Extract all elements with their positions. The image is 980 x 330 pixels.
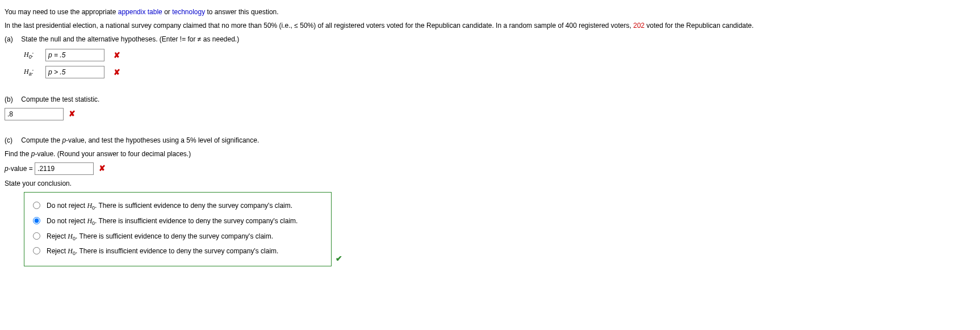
context-highlight: 202 bbox=[633, 22, 644, 30]
conclusion-option-2[interactable]: Reject H0. There is sufficient evidence … bbox=[30, 231, 325, 243]
part-b-label: (b) bbox=[5, 94, 19, 105]
part-a-text: State the null and the alternative hypot… bbox=[21, 34, 239, 44]
conclusion-option-0[interactable]: Do not reject H0. There is sufficient ev… bbox=[30, 200, 325, 212]
conclusion-radio-group: Do not reject H0. There is sufficient ev… bbox=[24, 192, 332, 266]
conclusion-radio-0[interactable] bbox=[33, 202, 40, 209]
context-post: voted for the Republican candidate. bbox=[644, 22, 753, 30]
intro-post: to answer this question. bbox=[207, 8, 279, 16]
incorrect-icon: ✘ bbox=[99, 164, 106, 173]
conclusion-option-1[interactable]: Do not reject H0. There is insufficient … bbox=[30, 216, 325, 228]
find-pvalue-text: Find the p-value. (Round your answer to … bbox=[5, 149, 975, 159]
ha-row: Ha: ✘ bbox=[24, 66, 975, 78]
technology-link[interactable]: technology bbox=[172, 8, 205, 16]
h0-input[interactable] bbox=[45, 49, 104, 61]
conclusion-radio-1[interactable] bbox=[33, 217, 40, 224]
ha-input[interactable] bbox=[45, 66, 104, 78]
context-line: In the last presidential election, a nat… bbox=[5, 20, 975, 31]
part-c-text: Compute the p-value, and test the hypoth… bbox=[21, 135, 259, 145]
pvalue-input[interactable] bbox=[35, 162, 94, 175]
incorrect-icon: ✘ bbox=[114, 66, 120, 78]
h0-row: H0: ✘ bbox=[24, 49, 975, 61]
part-a-label: (a) bbox=[5, 34, 19, 44]
incorrect-icon: ✘ bbox=[114, 49, 120, 61]
part-b-text: Compute the test statistic. bbox=[21, 94, 99, 105]
appendix-table-link[interactable]: appendix table bbox=[118, 8, 162, 16]
conclusion-option-3[interactable]: Reject H0. There is insufficient evidenc… bbox=[30, 246, 325, 258]
conclusion-heading: State your conclusion. bbox=[5, 178, 975, 189]
pvalue-row: p-value = ✘ bbox=[5, 162, 975, 175]
test-statistic-input[interactable] bbox=[5, 108, 64, 120]
ha-label: Ha: bbox=[24, 66, 40, 78]
part-c-label: (c) bbox=[5, 135, 19, 145]
context-pre: In the last presidential election, a nat… bbox=[5, 22, 633, 30]
intro-pre: You may need to use the appropriate bbox=[5, 8, 118, 16]
conclusion-radio-2[interactable] bbox=[33, 232, 40, 240]
conclusion-radio-3[interactable] bbox=[33, 247, 40, 254]
h0-label: H0: bbox=[24, 49, 40, 61]
intro-mid: or bbox=[164, 8, 172, 16]
correct-icon: ✔ bbox=[336, 253, 342, 265]
intro-line: You may need to use the appropriate appe… bbox=[5, 7, 975, 17]
incorrect-icon: ✘ bbox=[69, 109, 76, 118]
